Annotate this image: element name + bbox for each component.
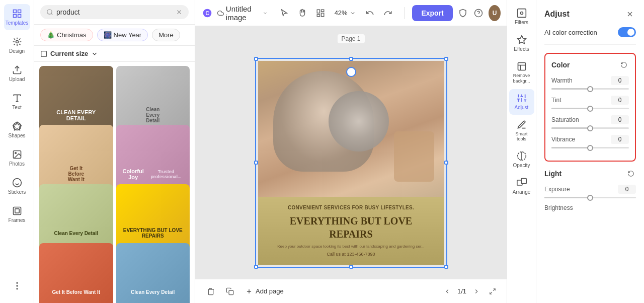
rt-smart-tools[interactable]: Smarttools xyxy=(509,116,534,146)
svg-rect-1 xyxy=(18,10,21,13)
cloud-icon xyxy=(217,9,224,18)
add-page-button[interactable]: Add page xyxy=(242,285,288,297)
tag-christmas[interactable]: 🎄 Christmas xyxy=(40,29,93,41)
undo-button[interactable] xyxy=(362,5,378,21)
tint-label: Tint xyxy=(551,97,561,104)
search-input[interactable] xyxy=(56,8,173,16)
rt-opacity[interactable]: Opacity xyxy=(509,147,534,173)
svg-line-43 xyxy=(493,288,495,290)
sidebar-item-shapes[interactable]: Shapes xyxy=(4,117,30,143)
svg-rect-30 xyxy=(317,15,319,17)
prev-page-button[interactable] xyxy=(441,285,453,297)
sidebar-item-templates[interactable]: Templates xyxy=(4,4,30,30)
zoom-control[interactable]: 42% xyxy=(331,7,360,19)
shield-button[interactable] xyxy=(457,5,469,21)
ai-correction-label: AI color correction xyxy=(544,29,597,36)
sidebar-item-upload[interactable]: Upload xyxy=(4,60,30,87)
tag-more[interactable]: More xyxy=(152,29,180,41)
sidebar-item-stickers[interactable]: Stickers xyxy=(4,173,30,199)
handle-ml[interactable] xyxy=(254,161,258,165)
canvas-contact: Call us at 123-456-7890 xyxy=(266,252,436,257)
saturation-label: Saturation xyxy=(551,116,579,123)
canva-logo[interactable]: C xyxy=(201,5,213,21)
canvas-area[interactable]: Page 1 xyxy=(195,26,507,279)
svg-line-44 xyxy=(490,292,492,294)
svg-point-20 xyxy=(47,10,52,14)
tint-thumb[interactable] xyxy=(587,106,593,112)
handle-bl[interactable] xyxy=(254,265,258,269)
saturation-slider-row: Saturation 0 xyxy=(551,115,629,129)
layout-tool[interactable] xyxy=(312,5,329,21)
select-tool[interactable] xyxy=(276,5,292,21)
chevron-down-icon xyxy=(263,10,268,17)
user-avatar[interactable]: U xyxy=(489,5,501,21)
sidebar-item-design[interactable]: Design xyxy=(4,32,30,58)
help-button[interactable] xyxy=(473,5,485,21)
warmth-track[interactable] xyxy=(551,88,629,90)
saturation-track[interactable] xyxy=(551,127,629,129)
exposure-fill xyxy=(544,197,590,198)
color-section: Color Warmth 0 Tint xyxy=(544,53,636,162)
brightness-label: Brightness xyxy=(544,204,573,211)
hand-tool[interactable] xyxy=(294,5,310,21)
rotation-handle[interactable] xyxy=(346,67,356,77)
handle-tm[interactable] xyxy=(349,57,353,61)
handle-br[interactable] xyxy=(444,265,448,269)
vibrance-track[interactable] xyxy=(551,147,629,148)
rt-arrange[interactable]: Arrange xyxy=(509,174,534,199)
sidebar-item-frames[interactable]: Frames xyxy=(4,201,30,228)
light-section: Light Exposure 0 Brightness xyxy=(544,169,636,211)
saturation-thumb[interactable] xyxy=(587,125,593,131)
clear-icon[interactable] xyxy=(176,9,183,16)
handle-tl[interactable] xyxy=(254,57,258,61)
duplicate-button[interactable] xyxy=(222,284,237,299)
saturation-value: 0 xyxy=(611,115,629,124)
color-reset-button[interactable] xyxy=(619,60,629,70)
tags-row: 🎄 Christmas 🎆 New Year More xyxy=(34,25,195,46)
export-button[interactable]: Export xyxy=(412,5,452,21)
sidebar-item-photos[interactable]: Photos xyxy=(4,145,30,171)
rt-remove-bg[interactable]: Removebackgr... xyxy=(509,57,534,88)
rt-filters[interactable]: Filters xyxy=(509,4,534,30)
document-title[interactable]: Untitled image xyxy=(217,5,268,22)
light-reset-button[interactable] xyxy=(626,169,636,179)
rt-adjust[interactable]: Adjust xyxy=(509,89,534,115)
warmth-value: 0 xyxy=(611,76,629,85)
chevron-down-icon xyxy=(350,10,356,16)
sidebar-item-more[interactable] xyxy=(4,273,30,299)
exposure-value: 0 xyxy=(618,185,636,194)
tint-fill xyxy=(551,108,590,109)
warmth-slider-row: Warmth 0 xyxy=(551,76,629,90)
svg-point-18 xyxy=(17,282,18,283)
panel-close-button[interactable] xyxy=(624,8,636,20)
search-input-wrap[interactable] xyxy=(40,5,189,19)
handle-mr[interactable] xyxy=(444,161,448,165)
exposure-track[interactable] xyxy=(544,197,636,198)
handle-tr[interactable] xyxy=(444,57,448,61)
svg-point-4 xyxy=(16,41,18,43)
tag-newyear[interactable]: 🎆 New Year xyxy=(97,29,148,41)
template-card[interactable]: Clean Every Detail xyxy=(116,243,190,303)
canvas-document[interactable]: Convenient services for busy lifestyles.… xyxy=(258,61,444,265)
main-area: C Untitled image 42% xyxy=(195,0,507,303)
exposure-thumb[interactable] xyxy=(587,195,593,201)
topbar-tools: 42% xyxy=(276,5,396,21)
warmth-fill xyxy=(551,88,590,90)
ai-toggle[interactable] xyxy=(618,27,636,37)
next-page-button[interactable] xyxy=(470,285,482,297)
svg-point-17 xyxy=(17,285,18,286)
sidebar-item-text[interactable]: Text xyxy=(4,89,30,115)
trash-button[interactable] xyxy=(203,284,218,299)
expand-button[interactable] xyxy=(487,285,499,297)
redo-button[interactable] xyxy=(380,5,396,21)
template-card[interactable]: Get It Before Want It xyxy=(39,243,113,303)
size-filter[interactable]: Current size xyxy=(34,46,195,62)
svg-rect-29 xyxy=(321,13,324,17)
handle-bm[interactable] xyxy=(349,265,353,269)
light-section-title: Light xyxy=(544,170,561,178)
vibrance-thumb[interactable] xyxy=(587,145,593,151)
svg-text:C: C xyxy=(205,11,209,16)
rt-effects[interactable]: Effects xyxy=(509,31,534,56)
tint-track[interactable] xyxy=(551,108,629,109)
warmth-thumb[interactable] xyxy=(587,86,593,92)
